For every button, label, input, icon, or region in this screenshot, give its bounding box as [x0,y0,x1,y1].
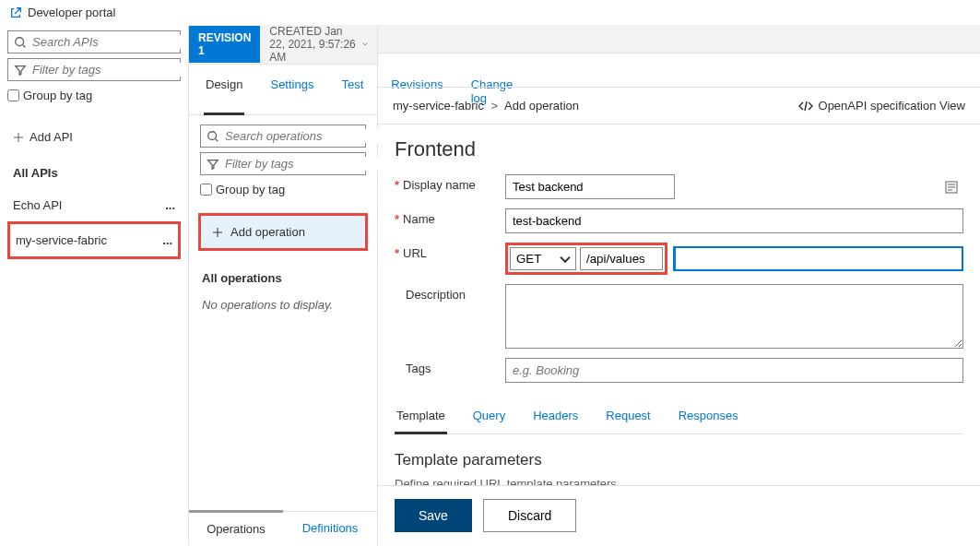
tab-test[interactable]: Test [339,72,365,114]
api-item-label: my-service-fabric [16,233,107,247]
subtab-query[interactable]: Query [471,405,507,433]
openapi-spec-link[interactable]: OpenAPI specification View [798,99,965,113]
api-filter-input[interactable] [32,63,188,77]
description-input[interactable] [505,284,963,349]
required-icon: * [395,246,399,260]
api-item-my-service-fabric[interactable]: my-service-fabric ... [7,221,181,259]
add-api-button[interactable]: Add API [7,123,181,151]
form-title: Frontend [395,137,963,161]
url-path-input[interactable] [580,247,663,270]
name-label: Name [403,212,435,226]
breadcrumb-page: Add operation [504,99,579,113]
api-filter[interactable] [7,58,181,81]
param-tabs: Template Query Headers Request Responses [395,392,963,434]
developer-portal-label: Developer portal [28,6,115,19]
revision-badge[interactable]: REVISION 1 [189,26,260,63]
external-link-icon [9,6,22,19]
add-operation-button[interactable]: Add operation [198,213,368,251]
api-item-menu-icon[interactable]: ... [165,198,175,212]
revision-created-text: CREATED Jan 22, 2021, 9:57:26 AM [269,25,357,64]
mid-footer-tabs: Operations Definitions [189,511,377,545]
template-params-desc: Define required URL template parameters. [395,477,963,485]
developer-portal-link[interactable]: Developer portal [0,0,980,25]
tab-design[interactable]: Design [204,72,244,115]
all-apis-header[interactable]: All APIs [7,151,181,189]
tags-input[interactable] [505,358,963,383]
svg-point-0 [16,37,24,45]
api-search-input[interactable] [32,35,188,49]
tab-settings[interactable]: Settings [268,72,315,114]
subtab-headers[interactable]: Headers [531,405,580,433]
chevron-down-icon [362,41,368,48]
name-input[interactable] [505,208,963,233]
required-icon: * [395,212,399,226]
filter-icon [14,64,27,77]
op-filter-input[interactable] [225,157,381,171]
main-tabs: Design Settings Test Revisions Change lo… [189,65,377,115]
search-icon [207,130,219,143]
display-name-label: Display name [403,178,476,192]
breadcrumb-row: my-service-fabric > Add operation OpenAP… [378,88,980,125]
subtab-request[interactable]: Request [604,405,652,433]
no-operations-text: No operations to display. [200,294,366,315]
api-item-menu-icon[interactable]: ... [162,233,172,247]
op-group-label: Group by tag [216,183,285,196]
svg-point-1 [208,131,217,139]
filter-icon [207,158,219,171]
revision-bar: REVISION 1 CREATED Jan 22, 2021, 9:57:26… [189,25,377,65]
plus-icon [13,132,24,143]
plus-icon [212,227,223,238]
footer-tab-operations[interactable]: Operations [189,510,283,545]
subtab-template[interactable]: Template [395,405,447,434]
api-sidebar: Group by tag Add API All APIs Echo API .… [0,25,189,545]
action-buttons: Save Discard [378,485,980,545]
description-label: Description [406,288,466,302]
editor-panel: my-service-fabric > Add operation OpenAP… [378,25,980,545]
api-item-echo[interactable]: Echo API ... [7,189,181,221]
add-api-label: Add API [30,130,73,144]
discard-button[interactable]: Discard [483,499,576,532]
url-label: URL [403,246,427,260]
operations-panel: REVISION 1 CREATED Jan 22, 2021, 9:57:26… [189,25,378,545]
breadcrumb-sep: > [488,99,502,113]
op-group-checkbox[interactable] [200,184,212,196]
form-icon [945,181,958,194]
add-operation-label: Add operation [230,225,305,239]
api-group-checkbox[interactable] [7,89,19,101]
api-group-toggle[interactable]: Group by tag [7,86,181,112]
method-select[interactable]: GET [510,247,576,270]
tags-label: Tags [406,362,431,375]
url-extra-input[interactable] [673,246,963,271]
all-operations-header[interactable]: All operations [200,258,366,294]
footer-tab-definitions[interactable]: Definitions [283,512,377,545]
api-item-label: Echo API [13,198,62,212]
api-group-label: Group by tag [23,89,92,102]
openapi-spec-label: OpenAPI specification View [819,99,965,113]
required-icon: * [395,178,399,192]
op-search-input[interactable] [225,129,381,143]
template-params-title: Template parameters [395,434,963,477]
op-group-toggle[interactable]: Group by tag [200,180,366,206]
code-icon [798,100,813,113]
save-button[interactable]: Save [395,499,472,532]
breadcrumb-api[interactable]: my-service-fabric [393,99,484,113]
op-search[interactable] [200,125,366,148]
display-name-input[interactable] [505,174,675,199]
breadcrumb: my-service-fabric > Add operation [393,99,579,113]
subtab-responses[interactable]: Responses [677,405,740,433]
search-icon [14,36,27,49]
api-search[interactable] [7,30,181,53]
op-filter[interactable] [200,152,366,175]
revision-created[interactable]: CREATED Jan 22, 2021, 9:57:26 AM [260,25,377,64]
